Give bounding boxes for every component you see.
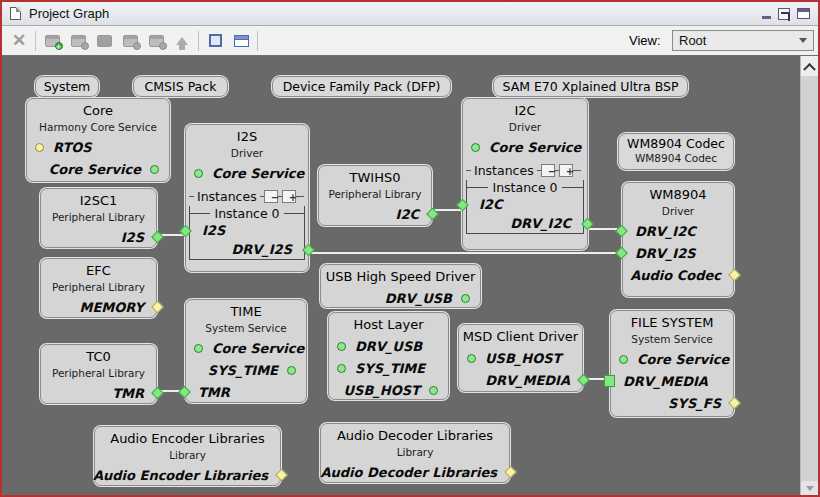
- node-i2c[interactable]: I2CDriverCore ServiceInstances−+Instance…: [462, 98, 588, 250]
- green-diamond-connector-icon[interactable]: [178, 386, 191, 399]
- package-label-cmsis-pack[interactable]: CMSIS Pack: [133, 76, 228, 97]
- toolbar-button-new-component-window[interactable]: +: [39, 29, 65, 53]
- port-label-audio-decoder-libraries: Audio Decoder Libraries: [321, 465, 498, 480]
- package-label-sam-e70-xplained-ultra-bsp[interactable]: SAM E70 Xplained Ultra BSP: [493, 76, 688, 97]
- window-controls: [762, 8, 810, 20]
- port-label-audio-codec: Audio Codec: [630, 268, 721, 283]
- window-dark-icon: [97, 35, 112, 47]
- new-component-window-icon: +: [45, 35, 60, 47]
- package-label-wm8904-codec[interactable]: WM8904 CodecWM8904 Codec: [618, 133, 734, 170]
- graph-canvas[interactable]: SystemCMSIS PackDevice Family Pack (DFP)…: [2, 56, 800, 497]
- connection-i2s-drv-i2s-to-wm8904-drv-i2s: [307, 252, 624, 254]
- minimize-icon[interactable]: [762, 16, 771, 19]
- node-i2sc1[interactable]: I2SC1Peripheral LibraryI2S: [40, 188, 157, 248]
- package-label-system[interactable]: System: [35, 76, 99, 97]
- yellow-diamond-connector-icon[interactable]: [275, 469, 288, 482]
- toolbar-button-delete[interactable]: ✕: [6, 29, 32, 53]
- instance-legend: Instance 0: [190, 206, 304, 221]
- node-aenc[interactable]: Audio Encoder LibrariesLibraryAudio Enco…: [94, 426, 281, 486]
- node-subtitle: System Service: [611, 333, 733, 348]
- window-title: Project Graph: [29, 6, 109, 21]
- node-fs[interactable]: FILE SYSTEMSystem ServiceCore ServiceDRV…: [610, 310, 734, 417]
- instances-header: Instances−+: [186, 186, 308, 206]
- gray-badge-icon: [81, 42, 89, 50]
- float-window-icon[interactable]: [778, 8, 790, 20]
- node-subtitle: Peripheral Library: [41, 211, 156, 226]
- green-diamond-connector-icon[interactable]: [615, 247, 628, 260]
- vertical-scrollbar[interactable]: [800, 56, 818, 495]
- package-label-text: CMSIS Pack: [134, 79, 227, 94]
- green-diamond-connector-icon[interactable]: [577, 374, 590, 387]
- toolbar-button-window-close[interactable]: [143, 29, 169, 53]
- node-title: Core: [27, 103, 169, 121]
- form-view-icon: [234, 35, 249, 47]
- yellow-diamond-connector-icon[interactable]: [504, 466, 517, 479]
- node-host[interactable]: Host LayerDRV_USBSYS_TIMEUSB_HOST: [328, 312, 449, 400]
- instance-remove-button[interactable]: −: [264, 190, 278, 203]
- node-core[interactable]: CoreHarmony Core ServiceRTOSCore Service: [26, 98, 170, 182]
- node-title: Audio Decoder Libraries: [321, 428, 509, 446]
- toolbar-button-window-dark[interactable]: [91, 29, 117, 53]
- toolbar-button-remove-component-window[interactable]: [65, 29, 91, 53]
- port-label-tmr: TMR: [112, 386, 144, 401]
- toolbar-button-window-check[interactable]: [117, 29, 143, 53]
- port-label-core-service: Core Service: [212, 166, 304, 181]
- green-circle-connector-icon: [194, 169, 203, 178]
- toolbar-button-form-view[interactable]: [228, 29, 254, 53]
- port-label-rtos: RTOS: [53, 140, 92, 155]
- port-row-drv-media: DRV_MEDIA: [459, 369, 582, 391]
- gray-badge-icon: [133, 42, 141, 50]
- yellow-diamond-connector-icon[interactable]: [151, 301, 164, 314]
- green-circle-connector-icon: [467, 354, 476, 363]
- port-row-i2c: I2C: [319, 203, 431, 225]
- port-row-sys-fs: SYS_FS: [611, 392, 733, 414]
- package-label-device-family-pack-dfp[interactable]: Device Family Pack (DFP): [272, 76, 451, 97]
- node-subtitle: Peripheral Library: [41, 281, 156, 296]
- yellow-diamond-connector-icon[interactable]: [728, 269, 741, 282]
- node-title: Audio Encoder Libraries: [95, 431, 280, 449]
- node-time[interactable]: TIMESystem ServiceCore ServiceSYS_TIMETM…: [185, 299, 307, 403]
- port-label-drv-i2s: DRV_I2S: [635, 246, 696, 261]
- view-dropdown[interactable]: Root: [672, 30, 814, 51]
- instance-add-button[interactable]: +: [282, 190, 296, 203]
- port-row-drv-i2c: DRV_I2C: [467, 214, 583, 233]
- green-circle-connector-icon: [429, 386, 438, 395]
- scroll-down-icon[interactable]: [801, 481, 818, 495]
- green-diamond-connector-icon[interactable]: [151, 387, 164, 400]
- instance-legend-text: Instance 0: [214, 206, 279, 221]
- node-twihs0[interactable]: TWIHS0Peripheral LibraryI2C: [318, 165, 432, 226]
- scroll-up-icon[interactable]: [801, 56, 818, 76]
- green-circle-connector-icon: [337, 342, 346, 351]
- node-subtitle: Driver: [186, 147, 308, 162]
- node-title: TIME: [186, 304, 306, 322]
- instances-label: Instances: [471, 163, 537, 178]
- green-circle-connector-icon: [287, 366, 296, 375]
- maximize-icon[interactable]: [797, 8, 810, 19]
- instance-remove-button[interactable]: −: [541, 164, 555, 177]
- green-circle-connector-icon: [471, 143, 480, 152]
- green-diamond-connector-icon[interactable]: [615, 225, 628, 238]
- node-usbhs[interactable]: USB High Speed DriverDRV_USB: [320, 264, 481, 308]
- project-graph-window: Project Graph View: Root ✕+ SystemCMSIS …: [0, 0, 820, 497]
- node-title: WM8904: [623, 187, 733, 205]
- node-adec[interactable]: Audio Decoder LibrariesLibraryAudio Deco…: [320, 423, 510, 483]
- instance-add-button[interactable]: +: [559, 164, 573, 177]
- port-row-usb-host: USB_HOST: [459, 347, 582, 369]
- node-tc0[interactable]: TC0Peripheral LibraryTMR: [40, 344, 157, 404]
- node-efc[interactable]: EFCPeripheral LibraryMEMORY: [40, 258, 157, 318]
- port-label-drv-i2c: DRV_I2C: [510, 216, 571, 231]
- green-square-connector-icon[interactable]: [604, 375, 615, 387]
- green-circle-connector-icon: [337, 364, 346, 373]
- node-subtitle: Library: [95, 449, 280, 464]
- node-wm8904[interactable]: WM8904DriverDRV_I2CDRV_I2SAudio Codec: [622, 182, 734, 297]
- yellow-diamond-connector-icon[interactable]: [728, 397, 741, 410]
- node-subtitle: Driver: [623, 205, 733, 220]
- node-i2s[interactable]: I2SDriverCore ServiceInstances−+Instance…: [185, 124, 309, 272]
- port-label-core-service: Core Service: [489, 140, 581, 155]
- green-diamond-connector-icon[interactable]: [151, 231, 164, 244]
- toolbar-button-fit-view[interactable]: [202, 29, 228, 53]
- port-row-core-service: Core Service: [611, 348, 733, 370]
- node-msd[interactable]: MSD Client DriverUSB_HOSTDRV_MEDIA: [458, 324, 583, 392]
- toolbar-button-move-up[interactable]: [169, 29, 195, 53]
- package-label-subtext: WM8904 Codec: [619, 152, 733, 164]
